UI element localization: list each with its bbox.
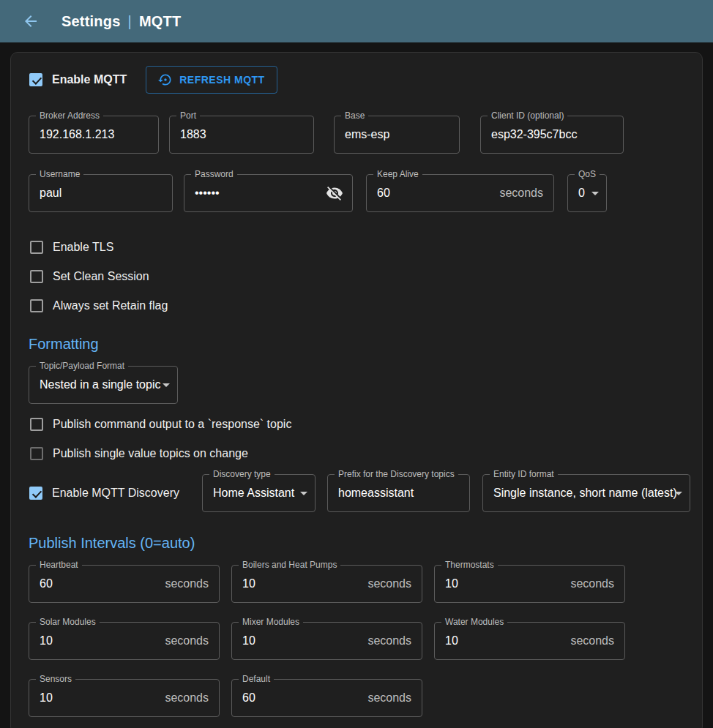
sensors-label: Sensors <box>36 674 75 685</box>
thermostats-field: Thermostats seconds <box>434 565 625 603</box>
qos-select[interactable]: QoS 0 <box>567 174 607 212</box>
discovery-type-label: Discovery type <box>209 469 275 480</box>
enable-mqtt-checkbox[interactable] <box>29 73 42 86</box>
qos-label: QoS <box>575 169 600 180</box>
keep-alive-field: Keep Alive seconds <box>366 174 554 212</box>
refresh-mqtt-button[interactable]: REFRESH MQTT <box>146 66 277 94</box>
username-input[interactable] <box>29 175 172 211</box>
enable-discovery-checkbox[interactable] <box>29 487 42 500</box>
retain-flag-checkbox-row[interactable]: Always set Retain flag <box>29 299 168 312</box>
discovery-prefix-label: Prefix for the Discovery topics <box>335 469 458 480</box>
keep-alive-label: Keep Alive <box>373 169 422 180</box>
base-input[interactable] <box>335 116 459 153</box>
enable-discovery-checkbox-row[interactable]: Enable MQTT Discovery <box>29 487 179 500</box>
retain-flag-label: Always set Retain flag <box>53 299 168 312</box>
publish-response-label: Publish command output to a `response` t… <box>53 418 291 431</box>
publish-response-checkbox[interactable] <box>30 418 43 431</box>
retain-flag-checkbox[interactable] <box>30 299 43 312</box>
heartbeat-label: Heartbeat <box>36 560 82 571</box>
broker-address-field: Broker Address <box>29 116 159 154</box>
entity-id-format-label: Entity ID format <box>490 469 558 480</box>
app-bar: Settings|MQTT <box>0 0 713 42</box>
thermostats-unit: seconds <box>564 577 624 590</box>
base-label: Base <box>341 110 368 121</box>
mixer-modules-input[interactable] <box>232 623 362 659</box>
enable-tls-checkbox[interactable] <box>30 241 43 254</box>
sensors-unit: seconds <box>159 691 219 705</box>
page-title-settings: Settings <box>61 13 121 29</box>
heartbeat-input[interactable] <box>29 566 159 602</box>
back-button[interactable] <box>16 7 45 36</box>
password-input[interactable] <box>184 175 323 211</box>
password-visibility-toggle[interactable] <box>323 184 352 202</box>
entity-id-format-select[interactable]: Entity ID format Single instance, short … <box>482 474 690 512</box>
client-id-input[interactable] <box>481 116 623 153</box>
boilers-label: Boilers and Heat Pumps <box>239 560 340 571</box>
discovery-type-select[interactable]: Discovery type Home Assistant <box>202 474 316 512</box>
enable-discovery-label: Enable MQTT Discovery <box>52 487 179 500</box>
water-modules-input[interactable] <box>435 623 564 659</box>
port-label: Port <box>176 110 200 121</box>
discovery-row: Enable MQTT Discovery Discovery type Hom… <box>29 474 695 512</box>
publish-single-checkbox-row[interactable]: Publish single value topics on change <box>29 447 248 460</box>
publish-response-checkbox-row[interactable]: Publish command output to a `response` t… <box>29 418 291 431</box>
default-interval-label: Default <box>239 674 274 685</box>
dropdown-caret-icon <box>591 192 599 195</box>
discovery-type-value: Home Assistant <box>213 487 313 500</box>
enable-tls-row: Enable TLS <box>29 233 695 262</box>
refresh-restore-icon <box>158 72 173 87</box>
publish-intervals-grid: Heartbeat seconds Boilers and Heat Pumps… <box>29 565 636 717</box>
sensors-field: Sensors seconds <box>29 679 220 717</box>
publish-single-label: Publish single value topics on change <box>53 447 248 460</box>
port-field: Port <box>169 116 314 154</box>
heartbeat-unit: seconds <box>159 577 219 590</box>
password-label: Password <box>191 169 237 180</box>
refresh-mqtt-label: REFRESH MQTT <box>179 74 264 86</box>
publish-single-checkbox[interactable] <box>30 447 43 460</box>
enable-tls-checkbox-row[interactable]: Enable TLS <box>29 241 113 254</box>
mixer-modules-field: Mixer Modules seconds <box>231 622 422 660</box>
default-interval-input[interactable] <box>232 680 362 716</box>
clean-session-checkbox[interactable] <box>30 270 43 283</box>
broker-address-label: Broker Address <box>36 110 103 121</box>
visibility-off-icon <box>326 184 343 202</box>
solar-modules-input[interactable] <box>29 623 159 659</box>
mqtt-settings-card: Enable MQTT REFRESH MQTT Broker Address … <box>10 52 703 728</box>
keep-alive-input[interactable] <box>367 175 493 211</box>
client-id-field: Client ID (optional) <box>480 116 624 154</box>
solar-modules-field: Solar Modules seconds <box>29 622 220 660</box>
topic-payload-format-select[interactable]: Topic/Payload Format Nested in a single … <box>29 366 178 404</box>
water-modules-field: Water Modules seconds <box>434 622 625 660</box>
page-title: Settings|MQTT <box>61 13 181 30</box>
publish-response-row: Publish command output to a `response` t… <box>29 410 695 439</box>
dropdown-caret-icon <box>163 383 170 387</box>
broker-fields-row: Broker Address Port Base Client ID (opti… <box>29 116 695 154</box>
entity-id-format-value: Single instance, short name (latest) <box>493 487 696 500</box>
thermostats-input[interactable] <box>435 566 564 602</box>
enable-mqtt-label: Enable MQTT <box>52 73 127 86</box>
broker-address-input[interactable] <box>29 116 158 153</box>
page-title-section: MQTT <box>139 13 181 29</box>
discovery-prefix-field: Prefix for the Discovery topics <box>327 474 470 512</box>
clean-session-checkbox-row[interactable]: Set Clean Session <box>29 270 149 283</box>
title-separator: | <box>128 13 132 29</box>
enable-mqtt-checkbox-row[interactable]: Enable MQTT <box>29 73 127 86</box>
username-field: Username <box>29 174 173 212</box>
credentials-fields-row: Username Password Keep Alive seconds QoS… <box>29 174 695 212</box>
solar-modules-label: Solar Modules <box>36 617 100 628</box>
formatting-heading: Formatting <box>29 334 695 354</box>
boilers-unit: seconds <box>362 577 422 590</box>
clean-session-label: Set Clean Session <box>53 270 149 283</box>
sensors-input[interactable] <box>29 680 159 716</box>
dropdown-caret-icon <box>300 492 307 495</box>
boilers-input[interactable] <box>232 566 362 602</box>
discovery-prefix-input[interactable] <box>328 475 469 511</box>
enable-mqtt-row: Enable MQTT REFRESH MQTT <box>29 66 695 94</box>
username-label: Username <box>36 169 83 180</box>
boilers-field: Boilers and Heat Pumps seconds <box>231 565 422 603</box>
heartbeat-field: Heartbeat seconds <box>29 565 220 603</box>
formatting-options: Publish command output to a `response` t… <box>29 410 695 468</box>
port-input[interactable] <box>170 116 313 153</box>
base-field: Base <box>334 116 460 154</box>
water-modules-unit: seconds <box>564 634 624 648</box>
